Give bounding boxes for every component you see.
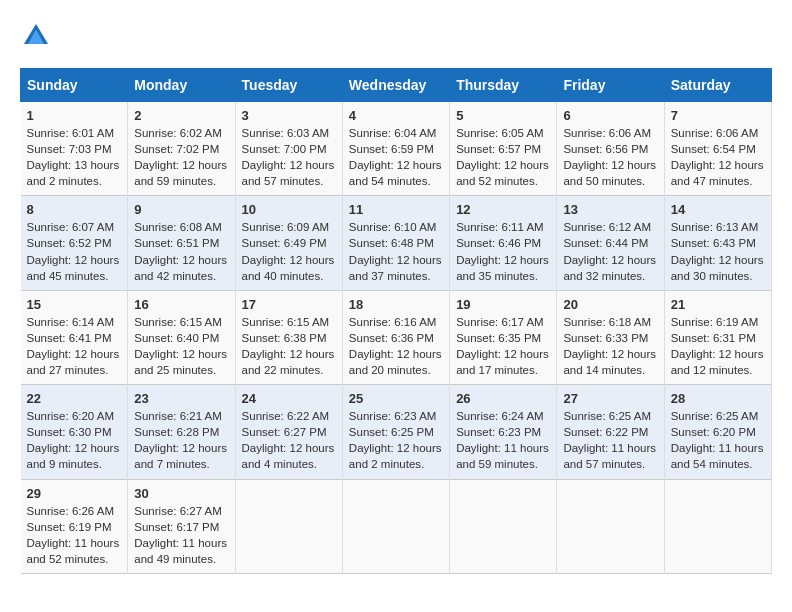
logo-icon	[20, 20, 52, 52]
week-row-4: 22Sunrise: 6:20 AMSunset: 6:30 PMDayligh…	[21, 385, 772, 479]
cell-4-2: 23Sunrise: 6:21 AMSunset: 6:28 PMDayligh…	[128, 385, 235, 479]
cell-3-5: 19Sunrise: 6:17 AMSunset: 6:35 PMDayligh…	[450, 290, 557, 384]
cell-4-5: 26Sunrise: 6:24 AMSunset: 6:23 PMDayligh…	[450, 385, 557, 479]
cell-details: Sunrise: 6:01 AMSunset: 7:03 PMDaylight:…	[27, 127, 120, 187]
cell-2-4: 11Sunrise: 6:10 AMSunset: 6:48 PMDayligh…	[342, 196, 449, 290]
cell-details: Sunrise: 6:20 AMSunset: 6:30 PMDaylight:…	[27, 410, 120, 470]
cell-details: Sunrise: 6:19 AMSunset: 6:31 PMDaylight:…	[671, 316, 764, 376]
col-thursday: Thursday	[450, 69, 557, 102]
cell-details: Sunrise: 6:22 AMSunset: 6:27 PMDaylight:…	[242, 410, 335, 470]
day-number: 20	[563, 297, 657, 312]
cell-details: Sunrise: 6:03 AMSunset: 7:00 PMDaylight:…	[242, 127, 335, 187]
cell-3-3: 17Sunrise: 6:15 AMSunset: 6:38 PMDayligh…	[235, 290, 342, 384]
cell-3-1: 15Sunrise: 6:14 AMSunset: 6:41 PMDayligh…	[21, 290, 128, 384]
cell-1-2: 2Sunrise: 6:02 AMSunset: 7:02 PMDaylight…	[128, 102, 235, 196]
day-number: 15	[27, 297, 122, 312]
cell-5-5	[450, 479, 557, 573]
cell-4-4: 25Sunrise: 6:23 AMSunset: 6:25 PMDayligh…	[342, 385, 449, 479]
cell-details: Sunrise: 6:02 AMSunset: 7:02 PMDaylight:…	[134, 127, 227, 187]
cell-2-1: 8Sunrise: 6:07 AMSunset: 6:52 PMDaylight…	[21, 196, 128, 290]
day-number: 6	[563, 108, 657, 123]
day-number: 19	[456, 297, 550, 312]
calendar-table: Sunday Monday Tuesday Wednesday Thursday…	[20, 68, 772, 574]
day-number: 27	[563, 391, 657, 406]
cell-5-2: 30Sunrise: 6:27 AMSunset: 6:17 PMDayligh…	[128, 479, 235, 573]
cell-details: Sunrise: 6:18 AMSunset: 6:33 PMDaylight:…	[563, 316, 656, 376]
day-number: 2	[134, 108, 228, 123]
day-number: 7	[671, 108, 765, 123]
day-number: 21	[671, 297, 765, 312]
week-row-5: 29Sunrise: 6:26 AMSunset: 6:19 PMDayligh…	[21, 479, 772, 573]
day-number: 30	[134, 486, 228, 501]
cell-5-1: 29Sunrise: 6:26 AMSunset: 6:19 PMDayligh…	[21, 479, 128, 573]
cell-4-6: 27Sunrise: 6:25 AMSunset: 6:22 PMDayligh…	[557, 385, 664, 479]
week-row-3: 15Sunrise: 6:14 AMSunset: 6:41 PMDayligh…	[21, 290, 772, 384]
cell-details: Sunrise: 6:23 AMSunset: 6:25 PMDaylight:…	[349, 410, 442, 470]
cell-5-3	[235, 479, 342, 573]
day-number: 4	[349, 108, 443, 123]
week-row-1: 1Sunrise: 6:01 AMSunset: 7:03 PMDaylight…	[21, 102, 772, 196]
cell-details: Sunrise: 6:24 AMSunset: 6:23 PMDaylight:…	[456, 410, 549, 470]
col-sunday: Sunday	[21, 69, 128, 102]
cell-details: Sunrise: 6:16 AMSunset: 6:36 PMDaylight:…	[349, 316, 442, 376]
day-number: 12	[456, 202, 550, 217]
cell-1-6: 6Sunrise: 6:06 AMSunset: 6:56 PMDaylight…	[557, 102, 664, 196]
col-friday: Friday	[557, 69, 664, 102]
cell-details: Sunrise: 6:27 AMSunset: 6:17 PMDaylight:…	[134, 505, 227, 565]
cell-1-4: 4Sunrise: 6:04 AMSunset: 6:59 PMDaylight…	[342, 102, 449, 196]
cell-details: Sunrise: 6:13 AMSunset: 6:43 PMDaylight:…	[671, 221, 764, 281]
logo	[20, 20, 56, 52]
cell-details: Sunrise: 6:14 AMSunset: 6:41 PMDaylight:…	[27, 316, 120, 376]
day-number: 3	[242, 108, 336, 123]
cell-details: Sunrise: 6:12 AMSunset: 6:44 PMDaylight:…	[563, 221, 656, 281]
cell-details: Sunrise: 6:06 AMSunset: 6:56 PMDaylight:…	[563, 127, 656, 187]
cell-4-3: 24Sunrise: 6:22 AMSunset: 6:27 PMDayligh…	[235, 385, 342, 479]
cell-details: Sunrise: 6:11 AMSunset: 6:46 PMDaylight:…	[456, 221, 549, 281]
day-number: 10	[242, 202, 336, 217]
cell-1-5: 5Sunrise: 6:05 AMSunset: 6:57 PMDaylight…	[450, 102, 557, 196]
day-number: 11	[349, 202, 443, 217]
cell-2-3: 10Sunrise: 6:09 AMSunset: 6:49 PMDayligh…	[235, 196, 342, 290]
cell-3-6: 20Sunrise: 6:18 AMSunset: 6:33 PMDayligh…	[557, 290, 664, 384]
cell-details: Sunrise: 6:04 AMSunset: 6:59 PMDaylight:…	[349, 127, 442, 187]
day-number: 22	[27, 391, 122, 406]
cell-details: Sunrise: 6:17 AMSunset: 6:35 PMDaylight:…	[456, 316, 549, 376]
cell-2-2: 9Sunrise: 6:08 AMSunset: 6:51 PMDaylight…	[128, 196, 235, 290]
cell-details: Sunrise: 6:07 AMSunset: 6:52 PMDaylight:…	[27, 221, 120, 281]
page-header	[20, 20, 772, 52]
week-row-2: 8Sunrise: 6:07 AMSunset: 6:52 PMDaylight…	[21, 196, 772, 290]
cell-4-1: 22Sunrise: 6:20 AMSunset: 6:30 PMDayligh…	[21, 385, 128, 479]
day-number: 26	[456, 391, 550, 406]
header-row: Sunday Monday Tuesday Wednesday Thursday…	[21, 69, 772, 102]
cell-1-3: 3Sunrise: 6:03 AMSunset: 7:00 PMDaylight…	[235, 102, 342, 196]
cell-details: Sunrise: 6:21 AMSunset: 6:28 PMDaylight:…	[134, 410, 227, 470]
cell-details: Sunrise: 6:26 AMSunset: 6:19 PMDaylight:…	[27, 505, 120, 565]
cell-details: Sunrise: 6:25 AMSunset: 6:22 PMDaylight:…	[563, 410, 656, 470]
day-number: 14	[671, 202, 765, 217]
day-number: 29	[27, 486, 122, 501]
day-number: 13	[563, 202, 657, 217]
cell-details: Sunrise: 6:15 AMSunset: 6:40 PMDaylight:…	[134, 316, 227, 376]
cell-2-5: 12Sunrise: 6:11 AMSunset: 6:46 PMDayligh…	[450, 196, 557, 290]
cell-5-4	[342, 479, 449, 573]
cell-3-7: 21Sunrise: 6:19 AMSunset: 6:31 PMDayligh…	[664, 290, 771, 384]
cell-3-2: 16Sunrise: 6:15 AMSunset: 6:40 PMDayligh…	[128, 290, 235, 384]
cell-2-6: 13Sunrise: 6:12 AMSunset: 6:44 PMDayligh…	[557, 196, 664, 290]
cell-1-1: 1Sunrise: 6:01 AMSunset: 7:03 PMDaylight…	[21, 102, 128, 196]
cell-details: Sunrise: 6:09 AMSunset: 6:49 PMDaylight:…	[242, 221, 335, 281]
cell-1-7: 7Sunrise: 6:06 AMSunset: 6:54 PMDaylight…	[664, 102, 771, 196]
day-number: 24	[242, 391, 336, 406]
cell-4-7: 28Sunrise: 6:25 AMSunset: 6:20 PMDayligh…	[664, 385, 771, 479]
day-number: 25	[349, 391, 443, 406]
cell-5-6	[557, 479, 664, 573]
cell-details: Sunrise: 6:10 AMSunset: 6:48 PMDaylight:…	[349, 221, 442, 281]
day-number: 17	[242, 297, 336, 312]
cell-3-4: 18Sunrise: 6:16 AMSunset: 6:36 PMDayligh…	[342, 290, 449, 384]
col-saturday: Saturday	[664, 69, 771, 102]
day-number: 18	[349, 297, 443, 312]
cell-2-7: 14Sunrise: 6:13 AMSunset: 6:43 PMDayligh…	[664, 196, 771, 290]
cell-details: Sunrise: 6:06 AMSunset: 6:54 PMDaylight:…	[671, 127, 764, 187]
day-number: 16	[134, 297, 228, 312]
cell-details: Sunrise: 6:08 AMSunset: 6:51 PMDaylight:…	[134, 221, 227, 281]
col-tuesday: Tuesday	[235, 69, 342, 102]
